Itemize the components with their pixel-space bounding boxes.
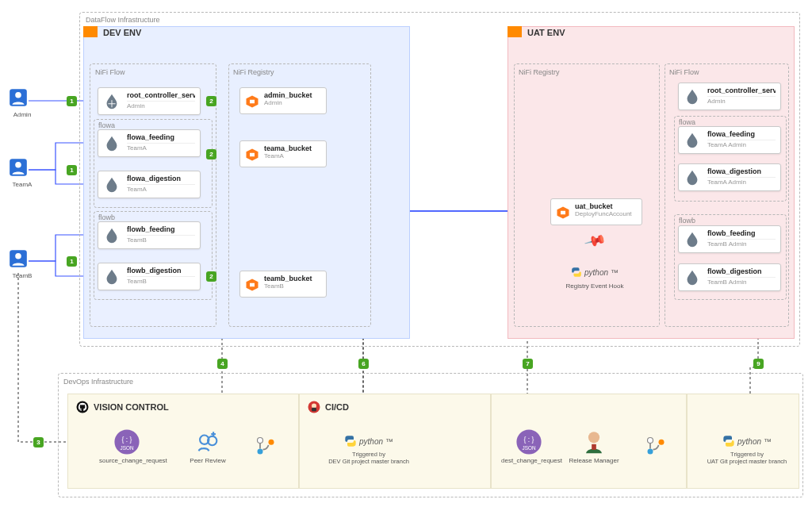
- uat-flowa-feeding-owner: TeamA Admin: [707, 140, 776, 148]
- nifi-drop-icon: [103, 93, 121, 110]
- svg-text:{ : }: { : }: [122, 436, 132, 444]
- teama-bucket-title: teama_bucket: [264, 144, 321, 152]
- svg-rect-2: [250, 100, 255, 104]
- user-icon: [8, 248, 29, 269]
- actor-teamb: TeamB: [8, 248, 36, 279]
- step-2a: 2: [206, 96, 216, 106]
- event-hook-label: Registry Event Hook: [555, 282, 634, 290]
- dev-flowb-digestion-title: flowb_digestion: [127, 267, 195, 275]
- admin-bucket-card: admin_bucket Admin: [239, 87, 327, 114]
- dev-root-title: root_controller_services: [127, 91, 195, 99]
- step-6: 6: [358, 359, 369, 369]
- dev-flowa-digestion-title: flowa_digestion: [127, 175, 195, 182]
- uat-flowb-digestion-title: flowb_digestion: [707, 267, 776, 275]
- hex-icon: [245, 94, 259, 109]
- svg-point-17: [312, 404, 316, 409]
- json-icon: { : }JSON: [113, 428, 140, 455]
- dev-flowa-digestion-owner: TeamA: [127, 184, 195, 193]
- step-3: 3: [33, 437, 44, 447]
- uat-flowb-feeding-title: flowb_feeding: [707, 229, 776, 237]
- svg-point-33: [648, 449, 653, 455]
- uat-flowa-label: flowa: [679, 118, 695, 126]
- step-4: 4: [217, 359, 228, 369]
- dev-nifi-registry-label: NiFi Registry: [233, 68, 274, 76]
- dev-nifi-flow-label: NiFi Flow: [95, 68, 125, 76]
- cicd-head: CI/CD: [307, 400, 349, 414]
- dev-flowb-label: flowb: [98, 213, 115, 221]
- svg-point-26: [269, 440, 274, 445]
- uat-flowb-feeding-card: flowb_feeding TeamB Admin: [678, 225, 781, 253]
- actor-teama-label: TeamA: [8, 181, 36, 188]
- python-label: python: [584, 268, 608, 277]
- dev-flowb-feeding-card: flowb_feeding TeamB: [98, 221, 201, 249]
- nifi-drop-icon: [684, 231, 701, 248]
- json-icon: { : }JSON: [515, 428, 542, 455]
- dest-change-node: { : }JSON dest_change_request: [501, 428, 557, 464]
- src-change-label: source_change_request: [99, 457, 155, 464]
- cicd-title: CI/CD: [325, 402, 349, 412]
- trig-uat-label: Triggered by UAT Git project master bran…: [699, 451, 795, 465]
- user-icon: [8, 157, 29, 178]
- svg-point-32: [648, 438, 653, 444]
- uat-bucket-card: uat_bucket DeployFuncAccount: [550, 198, 642, 225]
- svg-point-25: [258, 449, 263, 455]
- actor-teamb-label: TeamB: [8, 272, 36, 279]
- uat-bucket-title: uat_bucket: [575, 202, 637, 210]
- svg-text:JSON: JSON: [121, 445, 134, 451]
- hex-icon: [245, 278, 259, 292]
- svg-rect-18: [312, 408, 316, 412]
- uat-bucket-owner: DeployFuncAccount: [575, 210, 637, 217]
- svg-point-34: [659, 440, 665, 445]
- svg-rect-31: [592, 444, 596, 450]
- svg-point-24: [258, 438, 263, 444]
- svg-rect-6: [250, 283, 255, 287]
- python-icon: python™: [571, 267, 619, 278]
- svg-point-30: [588, 432, 599, 443]
- src-change-node: { : }JSON source_change_request: [99, 428, 155, 464]
- python-label-uat: python: [737, 437, 761, 446]
- teamb-bucket-owner: TeamB: [264, 282, 321, 290]
- nifi-drop-icon: [684, 169, 701, 186]
- dest-change-label: dest_change_request: [501, 457, 557, 464]
- peer-review-label: Peer Review: [184, 457, 232, 464]
- admin-bucket-owner: Admin: [264, 99, 321, 106]
- uat-root-card: root_controller_services Admin: [678, 83, 781, 110]
- uat-python-hook: python™ Registry Event Hook: [555, 267, 634, 290]
- branch-node-1: [254, 435, 278, 459]
- uat-flowb-feeding-owner: TeamB Admin: [707, 239, 776, 248]
- teamb-bucket-title: teamb_bucket: [264, 275, 321, 282]
- step-1a: 1: [67, 96, 77, 106]
- uat-flowb-digestion-card: flowb_digestion TeamB Admin: [678, 263, 781, 291]
- dev-flowb-feeding-owner: TeamB: [127, 235, 195, 244]
- actor-admin: Admin: [8, 87, 36, 118]
- python-icon: python™: [344, 435, 393, 447]
- dev-root-card: root_controller_services Admin: [98, 87, 201, 115]
- dev-flowa-feeding-owner: TeamA: [127, 143, 195, 152]
- svg-rect-8: [561, 211, 565, 215]
- branch-node-2: [644, 435, 668, 459]
- dev-flowb-feeding-title: flowb_feeding: [127, 225, 195, 233]
- dev-flowb-digestion-owner: TeamB: [127, 276, 195, 285]
- svg-point-12: [15, 162, 21, 168]
- release-manager-label: Release Manager: [568, 457, 620, 464]
- step-1c: 1: [67, 256, 77, 267]
- nifi-drop-icon: [684, 132, 701, 149]
- teama-bucket-owner: TeamA: [264, 152, 321, 159]
- peer-review-icon: [194, 428, 221, 455]
- hex-icon: [245, 148, 259, 162]
- step-9: 9: [753, 359, 764, 369]
- manager-icon: [580, 428, 607, 455]
- uat-env-title: UAT ENV: [527, 28, 565, 37]
- uat-env-badge-icon: [508, 26, 522, 37]
- python-dev-node: python™ Triggered by DEV Git project mas…: [317, 435, 420, 465]
- nifi-drop-icon: [103, 176, 121, 194]
- uat-flowa-digestion-title: flowa_digestion: [707, 167, 776, 175]
- step-2c: 2: [206, 271, 216, 282]
- vision-control-title: VISION CONTROL: [94, 402, 169, 412]
- svg-text:{ : }: { : }: [524, 436, 534, 444]
- step-1b: 1: [67, 165, 77, 175]
- trig-dev-label: Triggered by DEV Git project master bran…: [317, 451, 420, 465]
- jenkins-icon: [307, 400, 321, 414]
- dev-flowa-digestion-card: flowa_digestion TeamA: [98, 171, 201, 198]
- uat-nifi-registry-label: NiFi Registry: [519, 68, 560, 76]
